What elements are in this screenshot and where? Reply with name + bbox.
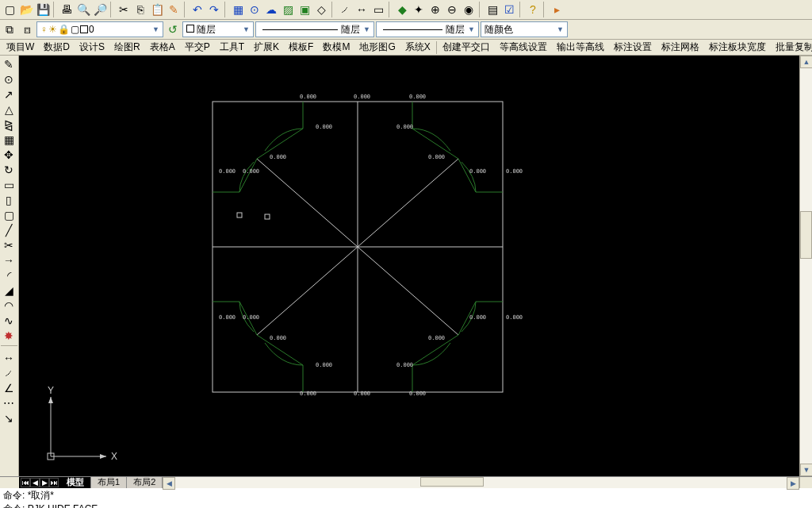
scroll-right-icon[interactable]: ▶ [787,477,799,490]
vertical-scrollbar[interactable]: ▲ ▼ [799,56,812,476]
menu-label-settings[interactable]: 标注设置 [609,39,657,56]
circle-icon[interactable]: ⊙ [1,72,17,87]
rect-icon[interactable]: ▢ [1,208,17,222]
menu-tables[interactable]: 表格A [145,39,180,56]
spline-icon[interactable]: ∿ [1,314,17,328]
measure-icon[interactable]: ⟋ [337,2,353,17]
layer-states-icon[interactable]: ⧈ [19,21,35,37]
menu-intersection[interactable]: 平交P [180,39,215,56]
tab-last-icon[interactable]: ⏭ [49,478,59,487]
menu-project[interactable]: 项目W [2,39,39,56]
menu-design[interactable]: 设计S [75,39,109,56]
tab-prev-icon[interactable]: ◀ [30,478,40,487]
stretch-icon[interactable]: ▯ [1,193,17,207]
menu-dtm[interactable]: 数模M [318,39,354,56]
svg-text:0.000: 0.000 [270,154,286,160]
menu-terrain[interactable]: 地形图G [354,39,400,56]
paste-icon[interactable]: 📋 [149,2,165,17]
design-icon[interactable]: ◇ [313,2,329,17]
preview-icon[interactable]: 🔍 [75,2,91,17]
cut-icon[interactable]: ✂ [116,2,132,17]
web-icon[interactable]: ⊙ [247,2,262,17]
plotstyle-dropdown[interactable]: 随颜色 ▼ [481,21,568,37]
menu-draw[interactable]: 绘图R [109,39,145,56]
dm-icon[interactable]: ▸ [549,2,565,17]
zoomw-icon[interactable]: ◉ [461,2,477,17]
tab-layout2[interactable]: 布局2 [127,477,163,488]
command-line[interactable]: 命令: *取消* 命令: PJK HIDE FACE [0,487,812,508]
menu-output-contour[interactable]: 输出等高线 [552,39,609,56]
tab-layout1[interactable]: 布局1 [91,477,127,488]
zoom-icon[interactable]: ⊖ [444,2,460,17]
scroll-down-icon[interactable]: ▼ [800,464,812,476]
copy-icon[interactable]: ⎘ [132,2,148,17]
move-icon[interactable]: ✥ [1,148,17,162]
drawing-canvas[interactable]: 0.000 0.000 0.000 0.000 0.000 0.000 0.00… [19,56,799,476]
scale-icon[interactable]: ▭ [1,178,17,192]
dimali-icon[interactable]: ⟋ [1,366,17,380]
viewcube-icon[interactable]: ✦ [411,2,427,17]
svg-text:0.000: 0.000 [469,314,486,321]
new-icon[interactable]: ▢ [2,2,17,17]
props-icon[interactable]: ☑ [501,2,517,17]
menu-label-width[interactable]: 标注板块宽度 [704,39,771,56]
linetype-dropdown[interactable]: 随层 ▼ [255,21,374,37]
menu-batch-copy[interactable]: 批量复制 [771,39,812,56]
lineweight-dropdown[interactable]: 随层 ▼ [376,21,479,37]
tab-model[interactable]: 模型 [60,477,91,488]
menu-extend[interactable]: 扩展K [249,39,284,56]
qleader-icon[interactable]: ↗ [1,87,17,102]
dist-icon[interactable]: ◆ [394,2,410,17]
delta-icon[interactable]: △ [1,102,17,117]
chamfer-icon[interactable]: ◢ [1,283,17,298]
print-icon[interactable]: 🖶 [59,2,75,17]
menu-data[interactable]: 数据D [39,39,75,56]
rotate-icon[interactable]: ↻ [1,163,17,177]
tab-next-icon[interactable]: ▶ [40,478,49,487]
arrow2-icon[interactable]: ↘ [1,411,17,425]
scroll-up-icon[interactable]: ▲ [800,56,812,68]
scroll-left-icon[interactable]: ◀ [163,477,175,490]
mirror-icon[interactable]: ⧎ [1,117,17,132]
trim-icon[interactable]: ✂ [1,238,17,252]
layer-manager-icon[interactable]: ⧉ [2,21,17,37]
dimcont-icon[interactable]: ⋯ [1,396,17,410]
dimang-icon[interactable]: ∠ [1,381,17,395]
dim-icon[interactable]: ↔ [354,2,370,17]
grid-icon[interactable]: ▦ [1,133,17,147]
extend-icon[interactable]: → [1,253,17,267]
menu-system[interactable]: 系统X [400,39,435,56]
horizontal-scrollbar[interactable]: ◀ ▶ [163,477,799,488]
dimlin-icon[interactable]: ↔ [1,351,17,365]
menu-contour-settings[interactable]: 等高线设置 [495,39,552,56]
cmd-line-2: 命令: PJK HIDE FACE [3,502,809,508]
menu-create-intersect[interactable]: 创建平交口 [438,39,495,56]
panel-icon[interactable]: ▦ [230,2,246,17]
hatch-icon[interactable]: ▨ [280,2,296,17]
layer-dropdown[interactable]: ♀☀🔒▢ 0 ▼ [36,21,163,37]
redo-icon[interactable]: ↷ [206,2,222,17]
tab-first-icon[interactable]: ⏮ [21,478,30,487]
view-icon[interactable]: ▭ [370,2,386,17]
pencil-icon[interactable]: ✎ [1,57,17,71]
match-icon[interactable]: ✎ [166,2,182,17]
pan-icon[interactable]: ⊕ [427,2,443,17]
match2-icon[interactable]: ✸ [1,329,17,343]
help-icon[interactable]: ? [525,2,541,17]
undo-icon[interactable]: ↶ [190,2,205,17]
line-icon[interactable]: ╱ [1,223,17,237]
menu-tools[interactable]: 工具T [215,39,249,56]
arc-icon[interactable]: ◠ [1,298,17,313]
save-icon[interactable]: 💾 [35,2,51,17]
cloud-icon[interactable]: ☁ [263,2,279,17]
layer-previous-icon[interactable]: ↺ [165,21,181,37]
menu-template[interactable]: 模板F [284,39,318,56]
calc-icon[interactable]: ▤ [485,2,500,17]
model-viewport[interactable]: 0.000 0.000 0.000 0.000 0.000 0.000 0.00… [19,56,799,476]
color-dropdown[interactable]: 随层 ▼ [182,21,254,37]
fillet-icon[interactable]: ◜ [1,268,17,283]
find-icon[interactable]: 🔎 [92,2,108,17]
open-icon[interactable]: 📂 [18,2,34,17]
menu-label-grid[interactable]: 标注网格 [657,39,704,56]
block-icon[interactable]: ▣ [297,2,312,17]
